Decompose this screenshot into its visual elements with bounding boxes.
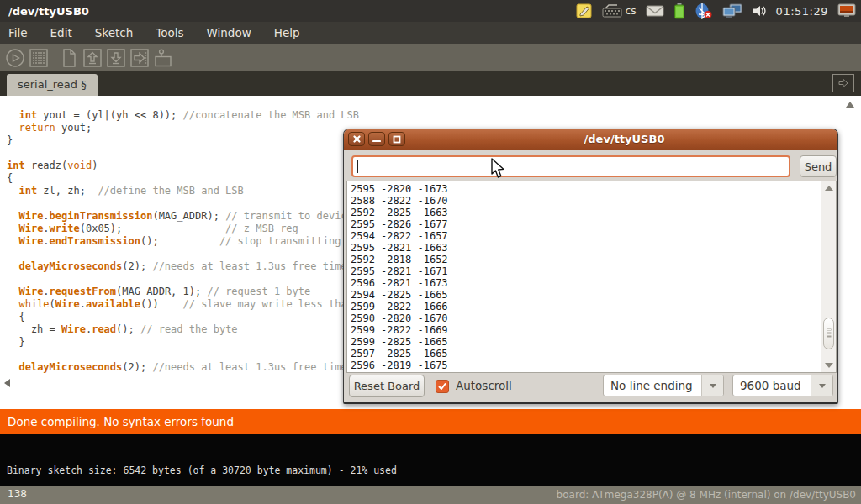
toolbar: [0, 44, 861, 71]
baud-rate-value: 9600 baud: [733, 379, 811, 392]
serial-data-line: 2590 -2820 -1670: [351, 312, 448, 324]
mail-icon[interactable]: [646, 3, 664, 19]
menu-tools[interactable]: Tools: [156, 26, 183, 39]
close-button[interactable]: [348, 132, 365, 146]
vscroll-up-arrow-icon[interactable]: [846, 102, 854, 108]
code-line: while(Wire.available()) // slave may wri…: [7, 298, 359, 311]
serial-data-line: 2596 -2821 -1673: [351, 277, 448, 289]
tab-serial-read[interactable]: serial_read §: [7, 74, 98, 96]
mouse-cursor: [491, 158, 506, 183]
note-icon[interactable]: [576, 3, 593, 19]
serial-data-line: 2595 -2820 -1673: [351, 183, 448, 195]
serial-data-line: 2599 -2822 -1666: [351, 301, 448, 312]
keyboard-icon[interactable]: cs: [602, 3, 637, 19]
code-text: int yout = (yl|(yh << 8)); //concatenate…: [7, 109, 359, 374]
menu-sketch[interactable]: Sketch: [95, 26, 133, 39]
dropdown-arrow-button[interactable]: [811, 375, 832, 396]
menu-edit[interactable]: Edit: [50, 26, 72, 39]
maximize-button[interactable]: [388, 132, 405, 146]
autoscroll-checkbox[interactable]: [436, 380, 449, 393]
tab-menu-button[interactable]: [832, 74, 854, 92]
code-line: [7, 197, 359, 210]
verify-button[interactable]: [5, 48, 25, 68]
dropdown-arrow-button[interactable]: [701, 375, 723, 396]
minimize-button[interactable]: [368, 132, 385, 146]
serial-monitor-titlebar[interactable]: /dev/ttyUSB0: [344, 129, 837, 150]
code-line: [7, 349, 359, 361]
serial-data-line: 2595 -2826 -1677: [351, 218, 448, 230]
clock[interactable]: 01:51:29: [776, 5, 828, 18]
serial-data-line: 2592 -2818 -1652: [351, 254, 448, 265]
serial-data-line: 2596 -2819 -1675: [351, 360, 448, 371]
baud-rate-dropdown[interactable]: 9600 baud: [732, 375, 833, 396]
scroll-up-icon[interactable]: [825, 186, 833, 191]
code-line: [7, 273, 359, 286]
check-icon: [437, 381, 447, 391]
network-icon[interactable]: [722, 3, 742, 19]
serial-monitor-controls: Reset Board Autoscroll No line ending 96…: [344, 373, 837, 403]
send-button[interactable]: Send: [800, 155, 837, 177]
scroll-down-icon[interactable]: [825, 363, 833, 368]
new-button[interactable]: [59, 48, 79, 68]
serial-data-line: 2594 -2822 -1657: [351, 230, 448, 242]
menubar: FileEditSketchToolsWindowHelp: [0, 22, 861, 44]
build-console: Binary sketch size: 6542 bytes (of a 307…: [0, 434, 861, 486]
hscroll-left-arrow-icon[interactable]: [4, 379, 10, 387]
reset-board-button[interactable]: Reset Board: [349, 375, 425, 397]
code-line: int yout = (yl|(yh << 8)); //concatenate…: [7, 109, 359, 122]
serial-monitor-window: /dev/ttyUSB0 Send 2595 -2820 -16732588 -…: [343, 129, 838, 404]
code-line: int readz(void): [7, 160, 359, 172]
menu-help[interactable]: Help: [274, 26, 300, 39]
serial-send-input[interactable]: [351, 155, 790, 177]
code-line: delayMicroseconds(2); //needs at least 1…: [7, 260, 359, 273]
serial-monitor-title: /dev/ttyUSB0: [411, 129, 837, 150]
board-info: board: ATmega328P(A) @ 8 MHz (internal) …: [557, 489, 856, 501]
code-line: {: [7, 311, 359, 323]
footer-status-strip: 138 board: ATmega328P(A) @ 8 MHz (intern…: [0, 486, 861, 504]
arrow-right-icon: [837, 76, 850, 90]
chevron-down-icon: [710, 384, 716, 388]
volume-icon[interactable]: [752, 3, 767, 19]
serial-data-line: 2592 -2825 -1663: [351, 207, 448, 218]
line-ending-value: No line ending: [604, 379, 701, 392]
code-line: Wire.endTransmission(); // stop transmit…: [7, 235, 359, 248]
code-line: zh = Wire.read(); // read the byte: [7, 323, 359, 336]
serial-data-line: 2595 -2821 -1663: [351, 242, 448, 254]
open-button[interactable]: [82, 48, 103, 68]
serial-data-line: 2599 -2822 -1669: [351, 324, 448, 336]
line-ending-dropdown[interactable]: No line ending: [603, 375, 724, 396]
bluetooth-icon[interactable]: [695, 3, 713, 19]
text-caret: [357, 160, 358, 173]
code-line: }: [7, 134, 359, 147]
code-line: Wire.beginTransmission(MAG_ADDR); // tra…: [7, 210, 359, 223]
system-tray: cs01:51:29: [576, 0, 859, 22]
code-line: {: [7, 172, 359, 185]
scrollbar-thumb[interactable]: [823, 318, 834, 349]
cursor-line-number: 138: [8, 488, 27, 500]
serial-output-lines: 2595 -2820 -16732588 -2822 -16702592 -28…: [351, 183, 448, 371]
serial-scrollbar[interactable]: [821, 181, 836, 372]
code-line: int zl, zh; //define the MSB and LSB: [7, 185, 359, 197]
chevron-down-icon: [819, 384, 826, 388]
menu-window[interactable]: Window: [207, 26, 251, 39]
serial-monitor-button[interactable]: [153, 48, 173, 68]
code-line: [7, 248, 359, 260]
code-line: Wire.requestFrom(MAG_ADDR, 1); // reques…: [7, 286, 359, 298]
top-panel: /dev/ttyUSB0 cs01:51:29: [0, 0, 861, 22]
serial-data-line: 2599 -2825 -1665: [351, 336, 448, 348]
code-line: [7, 147, 359, 160]
tab-strip: serial_read §: [0, 71, 861, 96]
save-button[interactable]: [106, 48, 126, 68]
display-icon[interactable]: [837, 3, 856, 19]
code-line: delayMicroseconds(2); //needs at least 1…: [7, 361, 359, 374]
minimize-icon: [372, 135, 381, 143]
code-line: Wire.write(0x05); // z MSB reg: [7, 223, 359, 235]
serial-output-area[interactable]: 2595 -2820 -16732588 -2822 -16702592 -28…: [346, 181, 837, 373]
upload-button[interactable]: [129, 48, 150, 68]
stop-button[interactable]: [29, 48, 49, 68]
menu-file[interactable]: File: [8, 26, 28, 39]
serial-data-line: 2588 -2822 -1670: [351, 195, 448, 207]
window-title: /dev/ttyUSB0: [8, 5, 89, 18]
close-icon: [353, 135, 361, 143]
battery-icon[interactable]: [673, 3, 685, 19]
